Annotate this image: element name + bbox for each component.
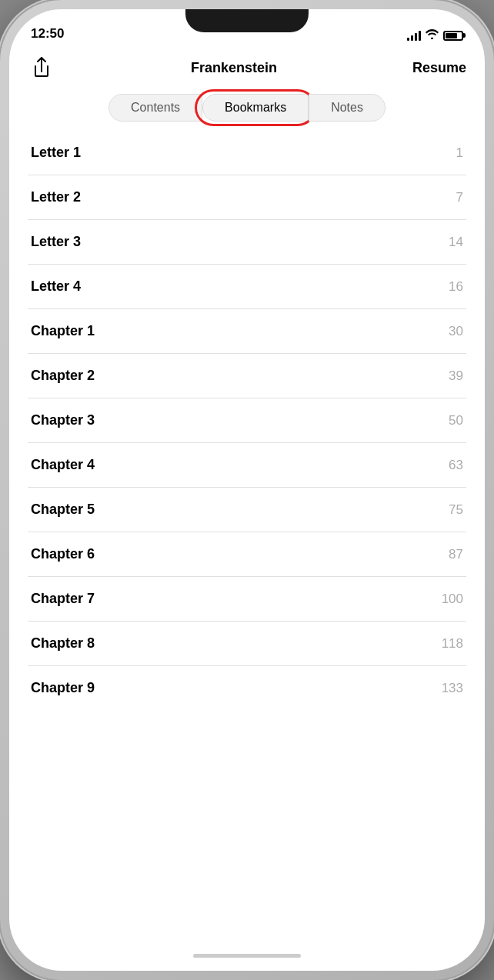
signal-icon — [407, 30, 421, 41]
tab-bookmarks-wrapper: Bookmarks — [202, 94, 309, 122]
list-item[interactable]: Chapter 7 100 — [28, 577, 466, 622]
item-label: Chapter 7 — [31, 591, 95, 607]
item-page: 7 — [456, 190, 463, 205]
item-label: Chapter 4 — [31, 457, 95, 473]
item-page: 75 — [449, 502, 463, 518]
phone-inner: 12:50 — [9, 9, 485, 971]
header: Frankenstein Resume — [9, 48, 485, 91]
item-page: 100 — [442, 592, 463, 607]
item-page: 50 — [449, 413, 463, 428]
status-time: 12:50 — [31, 26, 64, 43]
phone-outer: 12:50 — [0, 0, 494, 980]
resume-button[interactable]: Resume — [412, 60, 466, 76]
item-label: Chapter 1 — [31, 323, 95, 339]
share-icon — [32, 57, 51, 78]
item-label: Letter 1 — [31, 145, 81, 161]
battery-icon — [443, 31, 463, 41]
list-item[interactable]: Chapter 2 39 — [28, 354, 466, 398]
item-label: Letter 3 — [31, 234, 81, 250]
item-label: Letter 4 — [31, 278, 81, 295]
list-item[interactable]: Chapter 1 30 — [28, 309, 466, 354]
item-label: Chapter 9 — [31, 680, 95, 696]
item-page: 87 — [449, 547, 463, 562]
item-label: Chapter 6 — [31, 546, 95, 562]
book-title: Frankenstein — [191, 60, 277, 76]
list-item[interactable]: Chapter 9 133 — [28, 666, 466, 710]
list-item[interactable]: Letter 2 7 — [28, 175, 466, 220]
notch — [185, 9, 309, 32]
home-indicator — [9, 940, 485, 971]
tab-notes[interactable]: Notes — [309, 94, 386, 122]
list-item[interactable]: Letter 3 14 — [28, 220, 466, 265]
list-item[interactable]: Letter 4 16 — [28, 265, 466, 309]
list-item[interactable]: Letter 1 1 — [28, 131, 466, 175]
item-page: 1 — [456, 145, 463, 161]
tab-bookmarks[interactable]: Bookmarks — [202, 94, 309, 122]
wifi-icon — [426, 29, 439, 42]
share-button[interactable] — [28, 54, 55, 82]
item-label: Chapter 2 — [31, 368, 95, 384]
item-page: 30 — [449, 324, 463, 339]
item-page: 63 — [449, 458, 463, 473]
list-item[interactable]: Chapter 8 118 — [28, 622, 466, 666]
item-page: 133 — [442, 681, 463, 696]
item-label: Chapter 8 — [31, 635, 95, 652]
item-page: 16 — [449, 279, 463, 295]
content-list: Letter 1 1 Letter 2 7 Letter 3 14 Letter… — [9, 131, 485, 940]
home-bar — [193, 954, 301, 958]
item-page: 39 — [449, 368, 463, 384]
list-item[interactable]: Chapter 5 75 — [28, 488, 466, 532]
list-item[interactable]: Chapter 3 50 — [28, 398, 466, 443]
item-label: Chapter 5 — [31, 502, 95, 518]
item-label: Chapter 3 — [31, 412, 95, 428]
item-label: Letter 2 — [31, 189, 81, 205]
item-page: 14 — [449, 235, 463, 250]
list-item[interactable]: Chapter 4 63 — [28, 443, 466, 488]
tabs-container: Contents Bookmarks Notes — [9, 91, 485, 131]
item-page: 118 — [442, 636, 463, 652]
list-item[interactable]: Chapter 6 87 — [28, 532, 466, 577]
tab-contents[interactable]: Contents — [108, 94, 202, 122]
status-icons — [407, 29, 463, 43]
